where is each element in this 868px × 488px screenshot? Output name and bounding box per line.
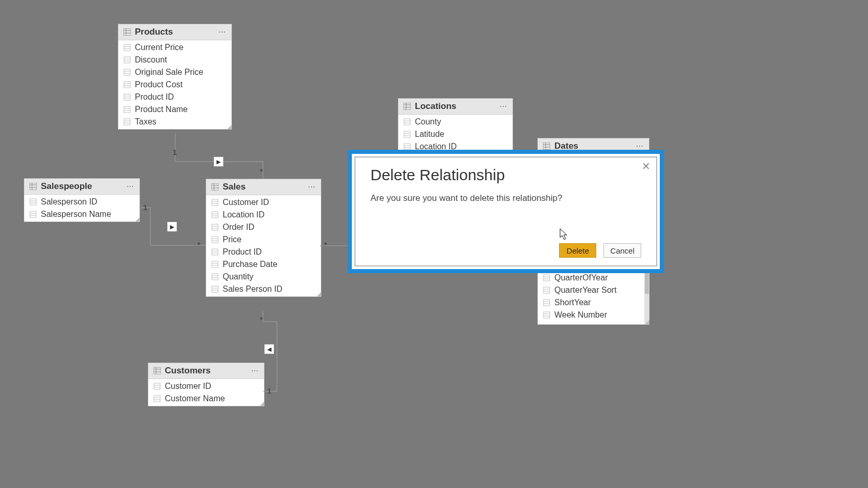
field-icon [211,248,219,256]
field-item[interactable]: Product Cost [118,78,231,91]
resize-handle[interactable] [227,124,232,130]
field-item[interactable]: Customer ID [148,380,264,392]
field-list: County Latitude Location ID [398,115,513,154]
relationship-line[interactable] [262,321,276,322]
svg-rect-29 [30,199,36,205]
table-header[interactable]: Salespeople ⋯ [24,179,140,195]
field-item[interactable]: Customer ID [206,196,321,209]
svg-rect-48 [212,237,218,243]
cancel-button[interactable]: Cancel [603,243,641,258]
close-button[interactable]: ✕ [640,159,653,174]
table-icon [123,28,131,36]
field-label: Discount [135,55,167,65]
field-icon [543,299,550,306]
delete-relationship-dialog: ✕ Delete Relationship Are you sure you w… [348,150,664,273]
field-item[interactable]: Original Sale Price [118,66,231,78]
field-label: County [415,117,441,127]
resize-handle[interactable] [135,217,140,222]
resize-handle[interactable] [316,292,321,297]
field-item[interactable]: Week Number [538,309,649,321]
field-label: Product ID [223,247,262,257]
resize-handle[interactable] [259,401,265,406]
field-item[interactable]: Purchase Date [206,258,321,271]
cardinality-many: * [324,240,327,249]
field-icon [211,273,219,280]
more-icon[interactable]: ⋯ [219,28,226,36]
relationship-line[interactable] [276,321,277,392]
field-item[interactable]: Product ID [206,246,321,258]
field-label: QuarterYear Sort [554,286,616,295]
table-locations[interactable]: Locations ⋯ County Latitude Location ID [398,98,513,154]
table-icon [404,103,411,110]
field-icon [543,274,550,281]
field-list: Customer ID Location ID Order ID Price P… [206,195,321,296]
field-item[interactable]: Product ID [118,91,231,103]
field-icon [123,118,131,125]
svg-rect-0 [123,28,131,36]
relationship-line[interactable] [175,133,176,161]
field-item[interactable]: QuarterOfYear [538,272,649,284]
field-icon [404,131,411,138]
table-salespeople[interactable]: Salespeople ⋯ Salesperson ID Salesperson… [24,178,140,222]
field-item[interactable]: Discount [118,54,231,66]
field-icon [153,395,161,402]
filter-direction-icon[interactable]: ◀ [264,344,274,354]
field-item[interactable]: County [398,116,513,128]
table-title: Products [135,27,219,37]
table-header[interactable]: Products ⋯ [118,24,231,40]
field-item[interactable]: Sales Person ID [206,283,321,295]
field-item[interactable]: ShortYear [538,296,649,309]
filter-direction-icon[interactable]: ▶ [167,222,177,232]
svg-rect-45 [212,224,218,230]
field-item[interactable]: Location ID [206,209,321,221]
svg-rect-7 [124,57,130,63]
table-title: Sales [223,182,308,192]
field-label: Taxes [135,117,157,127]
field-item[interactable]: Customer Name [148,392,264,405]
resize-handle[interactable] [644,320,649,325]
svg-rect-4 [124,44,130,51]
field-label: Product Cost [135,80,182,89]
table-header[interactable]: Locations ⋯ [398,99,513,115]
filter-direction-icon[interactable]: ▶ [213,156,224,167]
field-item[interactable]: Price [206,233,321,246]
svg-rect-57 [212,274,218,280]
field-item[interactable]: Latitude [398,128,513,140]
table-icon [153,367,161,374]
svg-rect-19 [124,106,130,113]
table-sales[interactable]: Sales ⋯ Customer ID Location ID Order ID… [206,179,321,297]
field-label: Current Price [135,43,183,52]
field-item[interactable]: Quantity [206,271,321,283]
field-item[interactable]: Product Name [118,103,231,116]
field-label: ShortYear [554,298,591,307]
field-item[interactable]: Salesperson Name [24,208,140,221]
field-label: Customer ID [223,198,269,207]
field-list: Salesperson ID Salesperson Name [24,195,140,222]
more-icon[interactable]: ⋯ [308,183,316,191]
svg-rect-70 [154,396,160,402]
more-icon[interactable]: ⋯ [636,142,644,150]
svg-rect-35 [211,183,219,191]
relationship-line[interactable] [150,207,151,245]
dialog-message: Are you sure you want to delete this rel… [370,193,641,203]
more-icon[interactable]: ⋯ [251,367,259,375]
field-item[interactable]: Taxes [118,116,231,128]
field-label: Location ID [223,210,265,219]
field-item[interactable]: Order ID [206,221,321,233]
svg-rect-86 [543,143,550,150]
svg-rect-77 [404,119,410,125]
table-header[interactable]: Sales ⋯ [206,179,321,195]
table-header[interactable]: Customers ⋯ [148,363,264,379]
table-customers[interactable]: Customers ⋯ Customer ID Customer Name [148,363,265,406]
field-item[interactable]: QuarterYear Sort [538,284,649,296]
model-canvas[interactable]: { "dialog": { "title": "Delete Relations… [0,0,868,488]
svg-rect-67 [154,383,160,389]
field-label: Order ID [223,223,254,232]
more-icon[interactable]: ⋯ [127,182,134,191]
table-title: Locations [415,101,500,112]
delete-button[interactable]: Delete [559,243,596,258]
more-icon[interactable]: ⋯ [500,102,507,111]
field-item[interactable]: Current Price [118,41,231,54]
field-item[interactable]: Salesperson ID [24,196,140,208]
table-products[interactable]: Products ⋯ Current Price Discount Origin… [118,24,232,130]
